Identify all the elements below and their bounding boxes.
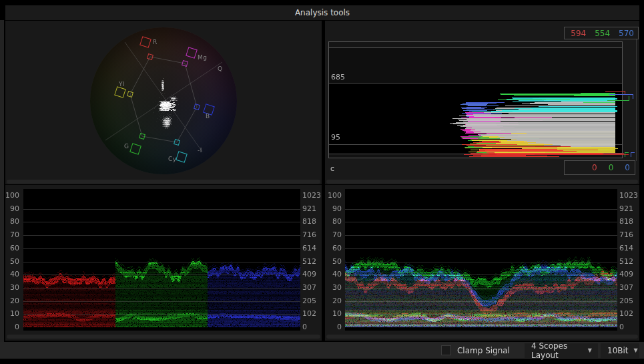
rgb-overlay-panel: 1009080706050403020100 10239218187166145… bbox=[325, 185, 639, 341]
axis-tick-percent: 80 bbox=[325, 217, 342, 226]
axis-tick-percent: 10 bbox=[325, 309, 342, 318]
axis-percent-left: 1009080706050403020100 bbox=[5, 185, 19, 341]
scrollbar-horizontal[interactable] bbox=[326, 180, 638, 184]
axis-tick-code: 0 bbox=[302, 323, 322, 331]
vectorscope-trace bbox=[5, 21, 322, 184]
histogram-min-green: 0 bbox=[609, 163, 614, 172]
bit-depth-dropdown[interactable]: 10Bit ▼ bbox=[601, 343, 639, 358]
axis-tick-percent: 60 bbox=[5, 244, 19, 252]
axis-tick-code: 205 bbox=[619, 297, 639, 305]
axis-tick-percent: 30 bbox=[325, 283, 342, 292]
titlebar: Analysis tools bbox=[5, 5, 639, 20]
left-resize-gutter[interactable] bbox=[0, 20, 4, 342]
axis-percent-left: 1009080706050403020100 bbox=[325, 185, 342, 341]
vectorscope-label-q: Q bbox=[218, 65, 222, 72]
chevron-down-icon: ▼ bbox=[588, 347, 592, 353]
axis-tick-percent: 50 bbox=[325, 257, 342, 266]
histogram-max-values: 594 554 570 bbox=[564, 27, 639, 39]
page-title: Analysis tools bbox=[295, 8, 350, 17]
axis-tick-percent: 100 bbox=[5, 191, 19, 200]
axis-tick-code: 614 bbox=[302, 244, 322, 252]
axis-tick-percent: 0 bbox=[5, 323, 19, 331]
axis-tick-percent: 10 bbox=[5, 309, 19, 318]
histogram-min-blue: 0 bbox=[625, 163, 630, 172]
scrollbar-horizontal[interactable] bbox=[7, 180, 320, 184]
chevron-down-icon: ▼ bbox=[634, 347, 638, 353]
vectorscope-label-mg: Mg bbox=[198, 54, 207, 61]
axis-tick-code: 307 bbox=[619, 283, 639, 292]
histogram-max-blue: 570 bbox=[619, 29, 634, 38]
clamp-signal-label: Clamp Signal bbox=[457, 346, 510, 355]
axis-tick-code: 307 bbox=[302, 283, 322, 292]
axis-tick-percent: 90 bbox=[5, 204, 19, 213]
axis-tick-percent: 70 bbox=[5, 230, 19, 239]
axis-tick-code: 716 bbox=[302, 230, 322, 239]
axis-tick-code: 921 bbox=[619, 204, 639, 213]
histogram-channel-label: c bbox=[330, 164, 334, 173]
rgb-parade-panel: 1009080706050403020100 10239218187166145… bbox=[5, 185, 322, 341]
scopes-layout-dropdown[interactable]: 4 Scopes Layout ▼ bbox=[525, 343, 598, 358]
axis-tick-code: 102 bbox=[302, 309, 322, 318]
bit-depth-value: 10Bit bbox=[607, 346, 629, 355]
axis-tick-code: 102 bbox=[619, 309, 639, 318]
axis-tick-percent: 30 bbox=[5, 283, 19, 292]
axis-tick-percent: 40 bbox=[5, 270, 19, 279]
vectorscope-label-cy: Cy bbox=[168, 156, 176, 162]
axis-tick-percent: 0 bbox=[325, 323, 342, 331]
axis-tick-percent: 70 bbox=[325, 230, 342, 239]
rgb-parade-plot bbox=[5, 185, 322, 341]
histogram-lower-bound: 95 bbox=[331, 133, 340, 142]
histogram-min-values: 0 0 0 bbox=[564, 160, 635, 175]
axis-tick-code: 818 bbox=[302, 217, 322, 226]
axis-tick-percent: 40 bbox=[325, 270, 342, 279]
vectorscope-label-negi: -I bbox=[198, 147, 202, 154]
vectorscope-panel: R Mg Q B -I Cy G Yl bbox=[5, 21, 322, 184]
axis-tick-code: 0 bbox=[619, 323, 639, 331]
scopes-layout-value: 4 Scopes Layout bbox=[531, 341, 583, 360]
histogram-max-green: 554 bbox=[595, 29, 610, 38]
histogram-max-red: 594 bbox=[571, 29, 586, 38]
axis-tick-percent: 100 bbox=[325, 191, 342, 200]
axis-tick-percent: 80 bbox=[5, 217, 19, 226]
vectorscope-label-r: R bbox=[153, 39, 157, 45]
histogram-min-red: 0 bbox=[592, 163, 597, 172]
axis-tick-code: 409 bbox=[619, 270, 639, 279]
axis-code-right: 10239218187166145124093072051020 bbox=[619, 185, 639, 341]
axis-tick-percent: 20 bbox=[325, 297, 342, 305]
axis-tick-code: 818 bbox=[619, 217, 639, 226]
vectorscope-label-b: B bbox=[206, 113, 210, 120]
axis-tick-code: 614 bbox=[619, 244, 639, 252]
axis-code-right: 10239218187166145124093072051020 bbox=[302, 185, 322, 341]
axis-tick-percent: 50 bbox=[5, 257, 19, 266]
scope-options-bar: Clamp Signal 4 Scopes Layout ▼ 10Bit ▼ bbox=[0, 342, 644, 359]
axis-tick-code: 409 bbox=[302, 270, 322, 279]
clamp-signal-checkbox[interactable] bbox=[441, 345, 451, 355]
axis-tick-code: 512 bbox=[619, 257, 639, 266]
scrollbar-horizontal[interactable] bbox=[7, 335, 320, 339]
histogram-upper-bound: 685 bbox=[331, 73, 345, 81]
scrollbar-horizontal[interactable] bbox=[326, 335, 638, 339]
rgb-overlay-plot bbox=[325, 185, 639, 341]
axis-tick-percent: 90 bbox=[325, 204, 342, 213]
axis-tick-code: 205 bbox=[302, 297, 322, 305]
analysis-tools-window: Analysis tools R bbox=[0, 0, 644, 364]
axis-tick-percent: 60 bbox=[325, 244, 342, 252]
histogram-panel: 594 554 570 685 95 c 0 0 0 bbox=[325, 21, 639, 184]
axis-tick-code: 921 bbox=[302, 204, 322, 213]
axis-tick-code: 716 bbox=[619, 230, 639, 239]
vectorscope-label-g: G bbox=[124, 143, 129, 150]
axis-tick-code: 1023 bbox=[302, 191, 322, 200]
vectorscope-label-yl: Yl bbox=[119, 81, 125, 87]
axis-tick-code: 512 bbox=[302, 257, 322, 266]
axis-tick-code: 1023 bbox=[619, 191, 639, 200]
axis-tick-percent: 20 bbox=[5, 297, 19, 305]
